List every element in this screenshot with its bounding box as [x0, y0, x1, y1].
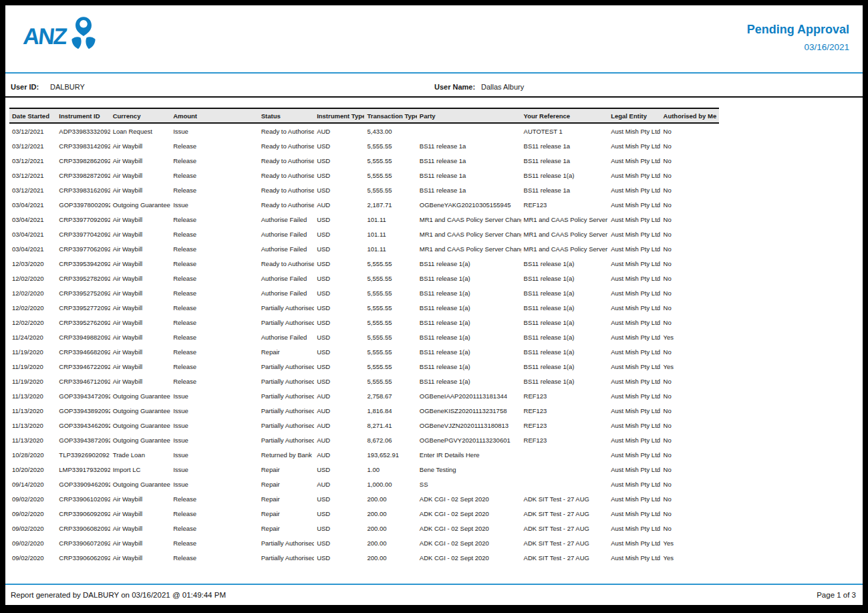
cell-date_started: 11/13/2020 — [9, 403, 56, 418]
footer-divider — [5, 584, 863, 585]
cell-authorised_by_me: No — [661, 300, 719, 315]
cell-status: Partially Authorised — [259, 535, 314, 550]
cell-legal_entity: Aust Mish Pty Ltd — [608, 256, 660, 271]
table-row: 09/02/2020CRP33906102092Air WaybillRelea… — [9, 491, 719, 506]
cell-instrument_id: CRP33983162092 — [56, 182, 110, 197]
table-row: 03/04/2021CRP33977062092Air WaybillRelea… — [9, 241, 719, 256]
cell-transaction_type: 200.00 — [364, 535, 416, 550]
cell-transaction_type: 2,758.67 — [364, 388, 416, 403]
cell-amount: Release — [170, 212, 259, 227]
cell-your_reference: BS11 release 1(a) — [521, 344, 609, 359]
cell-transaction_type: 5,555.55 — [364, 285, 416, 300]
cell-currency: Air Waybill — [110, 535, 170, 550]
cell-transaction_type: 193,652.91 — [364, 447, 416, 462]
cell-legal_entity: Aust Mish Pty Ltd — [608, 344, 660, 359]
cell-legal_entity: Aust Mish Pty Ltd — [608, 300, 660, 315]
cell-instrument_type: USD — [314, 315, 364, 330]
cell-legal_entity: Aust Mish Pty Ltd — [608, 521, 660, 535]
cell-currency: Air Waybill — [110, 374, 170, 388]
cell-instrument_id: CRP33906062092 — [56, 550, 110, 565]
cell-instrument_id: GOP33943872092 — [56, 433, 110, 447]
cell-status: Repair — [259, 462, 314, 477]
table-row: 11/13/2020GOP33943892092Outgoing Guarant… — [9, 403, 719, 418]
report-page: ANZ Pending Approval 03/16/2021 User ID:… — [5, 5, 863, 605]
cell-legal_entity: Aust Mish Pty Ltd — [608, 535, 660, 550]
cell-authorised_by_me: Yes — [661, 359, 719, 374]
cell-transaction_type: 5,555.55 — [364, 330, 416, 344]
cell-instrument_id: CRP33952752092 — [56, 285, 110, 300]
cell-instrument_id: CRP33952762092 — [56, 315, 110, 330]
table-row: 10/28/2020TLP33926902092Trade LoanIssueR… — [9, 447, 719, 462]
cell-date_started: 11/19/2020 — [9, 344, 56, 359]
table-row: 09/02/2020CRP33906072092Air WaybillRelea… — [9, 535, 719, 550]
cell-your_reference: REF123 — [521, 403, 609, 418]
cell-instrument_type: AUD — [314, 477, 364, 491]
cell-authorised_by_me: No — [661, 418, 719, 433]
cell-status: Partially Authorised — [259, 403, 314, 418]
cell-instrument_id: CRP33906082092 — [56, 521, 110, 535]
cell-instrument_type: AUD — [314, 447, 364, 462]
cell-legal_entity: Aust Mish Pty Ltd — [608, 315, 660, 330]
cell-instrument_id: GOP33943892092 — [56, 403, 110, 418]
cell-authorised_by_me: No — [661, 506, 719, 521]
footer-page-number: Page 1 of 3 — [817, 591, 856, 599]
cell-amount: Issue — [170, 403, 259, 418]
cell-date_started: 11/19/2020 — [9, 374, 56, 388]
cell-instrument_type: USD — [314, 550, 364, 565]
table-row: 03/12/2021CRP33982862092Air WaybillRelea… — [9, 153, 719, 168]
cell-instrument_type: AUD — [314, 388, 364, 403]
table-row: 11/13/2020GOP33943462092Outgoing Guarant… — [9, 418, 719, 433]
cell-currency: Air Waybill — [110, 153, 170, 168]
cell-your_reference: BS11 release 1(a) — [521, 359, 609, 374]
cell-date_started: 03/04/2021 — [9, 241, 56, 256]
cell-date_started: 09/02/2020 — [9, 491, 56, 506]
cell-instrument_type: AUD — [314, 433, 364, 447]
cell-currency: Air Waybill — [110, 227, 170, 241]
cell-amount: Release — [170, 300, 259, 315]
cell-instrument_type: USD — [314, 168, 364, 182]
table-row: 03/04/2021CRP33977092092Air WaybillRelea… — [9, 212, 719, 227]
user-strip-divider — [5, 96, 863, 98]
cell-authorised_by_me: No — [661, 344, 719, 359]
cell-legal_entity: Aust Mish Pty Ltd — [608, 123, 660, 138]
cell-legal_entity: Aust Mish Pty Ltd — [608, 550, 660, 565]
cell-your_reference: BS11 release 1a — [521, 153, 609, 168]
cell-your_reference: BS11 release 1(a) — [521, 168, 609, 182]
cell-instrument_id: CRP33982862092 — [56, 153, 110, 168]
cell-transaction_type: 101.11 — [364, 241, 416, 256]
cell-amount: Release — [170, 344, 259, 359]
cell-status: Partially Authorised — [259, 359, 314, 374]
cell-instrument_type: AUD — [314, 403, 364, 418]
cell-your_reference: ADK SIT Test - 27 AUG — [521, 550, 609, 565]
cell-date_started: 03/04/2021 — [9, 197, 56, 212]
cell-legal_entity: Aust Mish Pty Ltd — [608, 388, 660, 403]
cell-party: MR1 and CAAS Policy Server Change — [417, 227, 521, 241]
cell-instrument_id: CRP33977042092 — [56, 227, 110, 241]
cell-instrument_id: CRP33946712092 — [56, 374, 110, 388]
column-header-amount: Amount — [170, 108, 259, 123]
cell-instrument_id: CRP33953942092 — [56, 256, 110, 271]
cell-transaction_type: 5,555.55 — [364, 256, 416, 271]
cell-party: OGBeneYAKG20210305155945 — [417, 197, 521, 212]
cell-your_reference: MR1 and CAAS Policy Server Cha — [521, 241, 609, 256]
cell-authorised_by_me: No — [661, 168, 719, 182]
cell-your_reference: BS11 release 1(a) — [521, 374, 609, 388]
cell-transaction_type: 5,555.55 — [364, 300, 416, 315]
cell-currency: Outgoing Guarantee — [110, 433, 170, 447]
cell-currency: Air Waybill — [110, 550, 170, 565]
cell-your_reference — [521, 477, 609, 491]
cell-your_reference: BS11 release 1(a) — [521, 300, 609, 315]
cell-party: BS11 release 1(a) — [417, 344, 521, 359]
cell-status: Authorise Failed — [259, 330, 314, 344]
cell-transaction_type: 200.00 — [364, 521, 416, 535]
cell-party: ADK CGI - 02 Sept 2020 — [417, 506, 521, 521]
cell-party: BS11 release 1a — [417, 168, 521, 182]
cell-amount: Release — [170, 506, 259, 521]
cell-legal_entity: Aust Mish Pty Ltd — [608, 477, 660, 491]
cell-your_reference: BS11 release 1a — [521, 182, 609, 197]
cell-instrument_type: AUD — [314, 418, 364, 433]
cell-party: BS11 release 1(a) — [417, 300, 521, 315]
cell-authorised_by_me: No — [661, 153, 719, 168]
table-header-row: Date StartedInstrument IDCurrencyAmountS… — [9, 108, 719, 123]
table-row: 03/04/2021GOP33978002092Outgoing Guarant… — [9, 197, 719, 212]
